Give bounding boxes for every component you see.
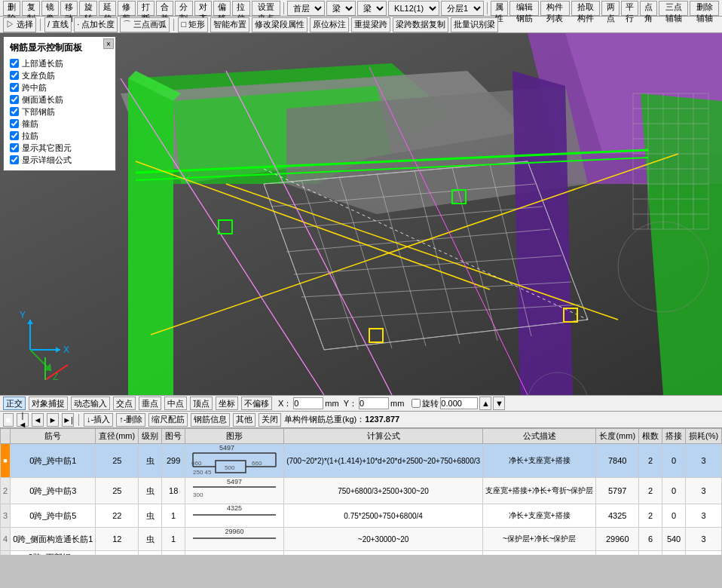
offset-btn[interactable]: 偏移 — [213, 1, 231, 16]
edit-rebar-btn[interactable]: 编辑钢筋 — [509, 1, 539, 16]
select-btn[interactable]: ▷ 选择 — [3, 17, 36, 32]
cell-num-2: 0跨_跨中筋3 — [11, 478, 96, 504]
stretch-btn[interactable]: 拉伸 — [232, 1, 249, 16]
cell-diag-1: 299 — [162, 444, 185, 478]
panel-item-3: 侧面通长筋 — [10, 93, 109, 106]
set-grip-btn[interactable]: 设置夹点 — [252, 1, 281, 16]
move-btn[interactable]: 移动 — [60, 1, 78, 16]
align-btn[interactable]: 对齐 — [194, 1, 212, 16]
rebar-info-btn[interactable]: 钢筋信息 — [191, 413, 230, 427]
table-row[interactable]: 3 0跨_跨中筋5 22 虫 1 4325 0.75*2500+750+6800… — [1, 504, 722, 528]
checkbox-2[interactable] — [10, 83, 19, 92]
rotate-checkbox[interactable] — [411, 399, 421, 408]
split-btn[interactable]: 分割 — [175, 1, 192, 16]
col-num: 筋号 — [11, 429, 96, 444]
no-offset-btn[interactable]: 不偏移 — [241, 397, 272, 410]
modify-beam-prop-btn[interactable]: 修改梁段属性 — [252, 17, 307, 32]
component-list-btn[interactable]: 构件列表 — [540, 1, 570, 16]
reget-span-btn[interactable]: 重提梁跨 — [351, 17, 390, 32]
table-row[interactable]: ■ 0跨_跨中筋1 25 虫 299 5497 660 500 — [1, 444, 722, 478]
x-input[interactable] — [293, 397, 323, 409]
viewport-3d[interactable]: X Y Z × 钢筋显示控制面板 上部通长筋 支座负筋 跨中筋 — [0, 33, 722, 395]
intersection-btn[interactable]: 交点 — [113, 397, 136, 410]
sep-r2-1 — [40, 19, 41, 31]
panel-item-0: 上部通长筋 — [10, 57, 109, 69]
extend-btn[interactable]: 延伸 — [99, 1, 116, 16]
trim-btn[interactable]: 修剪 — [118, 1, 135, 16]
checkbox-4[interactable] — [10, 107, 19, 116]
rebar-control-panel: × 钢筋显示控制面板 上部通长筋 支座负筋 跨中筋 侧面通长筋 下部钢筋 箍筋 — [3, 36, 116, 171]
line-btn[interactable]: / 直线 — [44, 17, 72, 32]
nav-first-btn[interactable]: |◄ — [17, 413, 29, 427]
rect-btn[interactable]: □ 矩形 — [178, 17, 208, 32]
fit-rebar-btn[interactable]: 缩尺配筋 — [148, 413, 188, 427]
parallel-btn[interactable]: 平行 — [621, 1, 638, 16]
rotate-btn[interactable]: 旋转 — [79, 1, 96, 16]
checkbox-8[interactable] — [10, 155, 19, 164]
other-btn[interactable]: 其他 — [233, 413, 255, 427]
merge-btn[interactable]: 合并 — [156, 1, 173, 16]
cell-overlap-4: 540 — [662, 528, 686, 551]
batch-identify-btn[interactable]: 批量识别梁 — [451, 17, 498, 32]
element-select[interactable]: KL12(1) — [388, 1, 439, 16]
span-copy-btn[interactable]: 梁跨数据复制 — [393, 17, 448, 32]
svg-text:Y: Y — [20, 310, 26, 320]
col-desc: 公式描述 — [483, 429, 596, 444]
del-row-btn[interactable]: ↑-删除 — [116, 413, 145, 427]
ortho-btn[interactable]: 正交 — [3, 397, 26, 410]
snap-btn[interactable]: 对象捕捉 — [29, 397, 68, 410]
y-input[interactable] — [359, 397, 389, 409]
cell-diag-3: 1 — [162, 504, 185, 528]
midpoint-btn[interactable]: 中点 — [164, 397, 187, 410]
type2-select[interactable]: 梁 — [357, 1, 387, 16]
sub-select[interactable]: 分层1 — [441, 1, 484, 16]
three-point-axis-btn[interactable]: 三点辅轴 — [659, 1, 688, 16]
two-point-btn[interactable]: 两点 — [601, 1, 619, 16]
point-extend-btn[interactable]: · 点加长度 — [74, 17, 118, 32]
arc-btn[interactable]: ⌒ 三点画弧 — [120, 17, 170, 32]
rebar-table-container[interactable]: 筋号 直径(mm) 级别 图号 图形 计算公式 公式描述 长度(mm) 根数 搭… — [0, 428, 722, 555]
checkbox-5[interactable] — [10, 119, 19, 128]
nav-prev-btn[interactable]: ◄ — [32, 413, 44, 427]
cell-diam-4: 12 — [96, 528, 139, 551]
table-row[interactable]: 4 0跨_侧面构造通长筋1 12 虫 1 29960 ~20+30000~20 … — [1, 528, 722, 551]
rotate-input[interactable] — [440, 397, 478, 409]
nav-next-btn[interactable]: ►| — [62, 413, 74, 427]
perpendicular-btn[interactable]: 垂点 — [139, 397, 161, 410]
svg-text:660: 660 — [252, 460, 262, 467]
insert-btn[interactable]: ↓-插入 — [84, 413, 113, 427]
type1-select[interactable]: 梁 — [326, 1, 356, 16]
checkbox-6[interactable] — [10, 131, 19, 140]
cell-formula-5 — [284, 551, 483, 556]
mirror-btn[interactable]: 镜像 — [41, 1, 59, 16]
vertex-btn[interactable]: 顶点 — [190, 397, 213, 410]
data-panel-close-btn[interactable]: ■ — [3, 413, 14, 427]
col-marker — [1, 429, 11, 444]
checkbox-0[interactable] — [10, 59, 19, 68]
table-row[interactable]: 2 0跨_跨中筋3 25 虫 18 5497 300 750+6800/3+25… — [1, 478, 722, 504]
break-btn[interactable]: 打断 — [137, 1, 154, 16]
layer-select[interactable]: 首层 — [287, 1, 325, 16]
panel-item-4: 下部钢筋 — [10, 106, 109, 118]
coord-btn[interactable]: 坐标 — [216, 397, 238, 410]
rotate-up-btn[interactable]: ▲ — [479, 397, 491, 410]
delete-btn[interactable]: 删除 — [3, 1, 20, 16]
dynamic-input-btn[interactable]: 动态输入 — [71, 397, 110, 410]
inplace-mark-btn[interactable]: 原位标注 — [310, 17, 349, 32]
checkbox-7[interactable] — [10, 143, 19, 152]
point-angle-btn[interactable]: 点角 — [640, 1, 657, 16]
pick-component-btn[interactable]: 拾取构件 — [571, 1, 601, 16]
label-7: 显示其它图元 — [22, 142, 72, 154]
label-6: 拉筋 — [22, 130, 38, 142]
property-btn[interactable]: 属性 — [491, 1, 508, 16]
table-row[interactable]: 5 0跨_下部钢... — [1, 551, 722, 556]
panel-close-btn[interactable]: × — [103, 38, 114, 49]
copy-btn[interactable]: 复制 — [22, 1, 39, 16]
checkbox-1[interactable] — [10, 71, 19, 80]
play-btn[interactable]: ► — [47, 413, 59, 427]
panel-close2-btn[interactable]: 关闭 — [259, 413, 281, 427]
rotate-down-btn[interactable]: ▼ — [493, 397, 505, 410]
checkbox-3[interactable] — [10, 95, 19, 104]
smart-layout-btn[interactable]: 智能布置 — [210, 17, 249, 32]
delete-axis-btn[interactable]: 删除辅轴 — [690, 1, 719, 16]
